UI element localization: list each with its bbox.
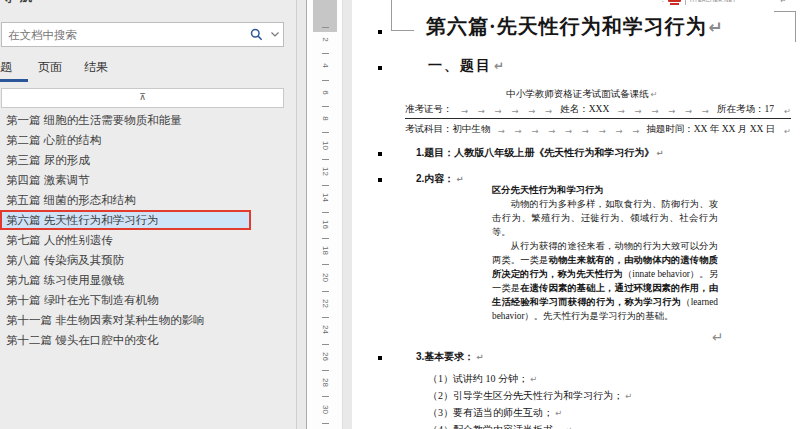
- header-space-mark: ·: [661, 0, 664, 5]
- paragraph-mark: ↵: [625, 391, 632, 401]
- search-icon[interactable]: [245, 23, 267, 46]
- document-search-box[interactable]: [1, 22, 284, 47]
- tab-marks: → → → → → →: [461, 106, 552, 116]
- margin-crop-mark-top-right: [774, 11, 796, 42]
- excerpt-heading: 区分先天性行为和学习行为: [492, 183, 718, 197]
- paragraph-mark: ↵: [476, 352, 483, 362]
- tab-headings[interactable]: 题: [0, 59, 12, 76]
- heading-item[interactable]: 第二篇 心脏的结构: [0, 130, 296, 150]
- section-heading: 一、题目↵: [428, 57, 506, 75]
- active-tab-indicator: [0, 79, 28, 82]
- tab-marks: → → → → → → → → →: [497, 126, 639, 136]
- requirement-line: （2）引导学生区分先天性行为和学习行为；↵: [428, 389, 632, 403]
- document-page: · HTEACHER.NET ↵ 第六篇·先天性行为和学习行为↵ 一、题目↵ 中…: [352, 0, 802, 429]
- word-window: 导航 题 页面 结果 ⊼ 第一篇 细胞的生活需要物质和能量: [0, 0, 802, 429]
- heading-item[interactable]: 第十篇 绿叶在光下制造有机物: [0, 290, 296, 310]
- paragraph-mark: ↵: [651, 90, 658, 99]
- paragraph-mark: ↵: [456, 174, 463, 184]
- site-name: HTEACHER.NET: [690, 0, 736, 3]
- list-item-requirements: 3.基本要求：↵: [416, 350, 483, 364]
- heading-item[interactable]: 第九篇 练习使用显微镜: [0, 270, 296, 290]
- heading-square-mark: [378, 178, 382, 182]
- jump-to-top-icon: ⊼: [139, 92, 146, 102]
- tab-results[interactable]: 结果: [84, 59, 108, 76]
- search-input[interactable]: [2, 29, 245, 41]
- headings-list: 第一篇 细胞的生活需要物质和能量 第二篇 心脏的结构 第三篇 尿的形成 第四篇 …: [0, 110, 296, 350]
- admission-number-label: 准考证号：: [405, 103, 453, 116]
- heading-square-mark: [378, 152, 382, 156]
- paragraph-mark: ↵: [656, 148, 663, 158]
- heading-item[interactable]: 第十一篇 非生物因素对某种生物的影响: [0, 310, 296, 330]
- paragraph-mark: ↵: [555, 408, 562, 418]
- jump-to-top-button[interactable]: ⊼: [1, 88, 284, 108]
- navigation-pane: 导航 题 页面 结果 ⊼ 第一篇 细胞的生活需要物质和能量: [0, 0, 297, 429]
- tab-marks: → → → → → →: [618, 106, 709, 116]
- form-line-admission: 准考证号： → → → → → → 姓名：XXX → → → → → → 所在考…: [405, 103, 791, 119]
- name-label: 姓名：XXX: [560, 103, 609, 116]
- paragraph-mark: ↵: [709, 17, 724, 37]
- heading-square-mark: [378, 356, 382, 360]
- requirement-line: （3）要有适当的师生互动；↵: [428, 406, 562, 420]
- paragraph-mark: ↵: [712, 329, 723, 345]
- excerpt-paragraph: 动物的行为多种多样，如取食行为、防御行为、攻击行为、繁殖行为、迁徙行为、领域行为…: [492, 197, 718, 239]
- paragraph-mark: ↵: [530, 374, 537, 384]
- paragraph-mark: ↵: [784, 127, 791, 136]
- draw-time-label: 抽题时间：XX 年 XX 月 XX 日: [646, 123, 775, 136]
- heading-item[interactable]: 第十二篇 馒头在口腔中的变化: [0, 330, 296, 350]
- navigation-pane-title: 导航: [2, 0, 92, 5]
- venue-label: 所在考场：17: [717, 103, 774, 116]
- site-logo-icon: [668, 0, 681, 2]
- form-title: 中小学教师资格证考试面试备课纸↵: [392, 88, 772, 101]
- exam-subject-label: 考试科目：初中生物: [405, 123, 491, 136]
- vertical-ruler[interactable]: 24681012141618202224262830: [306, 0, 343, 429]
- page-header-watermark: · HTEACHER.NET ↵: [661, 0, 786, 8]
- paragraph-mark: ↵: [494, 59, 506, 73]
- requirement-line: （1）试讲约 10 分钟；↵: [428, 372, 537, 386]
- textbook-excerpt: 区分先天性行为和学习行为 动物的行为多种多样，如取食行为、防御行为、攻击行为、繁…: [492, 183, 718, 323]
- document-title: 第六篇·先天性行为和学习行为↵: [382, 13, 768, 40]
- heading-item[interactable]: 第七篇 人的性别遗传: [0, 230, 296, 250]
- paragraph-mark: ↵: [565, 425, 572, 429]
- list-item-topic: 1.题目：人教版八年级上册《先天性行为和学习行为》↵: [416, 146, 663, 160]
- heading-item-selected[interactable]: 第六篇 先天性行为和学习行为: [0, 210, 251, 230]
- heading-item[interactable]: 第三篇 尿的形成: [0, 150, 296, 170]
- paragraph-mark: ↵: [784, 107, 791, 116]
- ruler-number: 30: [321, 391, 330, 427]
- heading-item[interactable]: 第八篇 传染病及其预防: [0, 250, 296, 270]
- ruler-tick: [322, 423, 329, 424]
- form-line-subject: 考试科目：初中生物 → → → → → → → → → 抽题时间：XX 年 XX…: [405, 123, 791, 136]
- requirement-line: （4）配合教学内容适当板书。↵: [428, 423, 572, 429]
- heading-item[interactable]: 第四篇 激素调节: [0, 170, 296, 190]
- search-options-chevron-down-icon[interactable]: [267, 23, 283, 46]
- tab-pages[interactable]: 页面: [38, 59, 62, 76]
- paragraph-mark: ↵: [780, 0, 786, 5]
- header-divider: [685, 0, 686, 5]
- excerpt-paragraph: 从行为获得的途径来看，动物的行为大致可以分为两类。一类是动物生来就有的，由动物体…: [492, 239, 718, 323]
- heading-item[interactable]: 第五篇 细菌的形态和结构: [0, 190, 296, 210]
- list-item-content: 2.内容：↵: [416, 172, 463, 186]
- heading-item[interactable]: 第一篇 细胞的生活需要物质和能量: [0, 110, 296, 130]
- heading-square-mark: [378, 66, 382, 70]
